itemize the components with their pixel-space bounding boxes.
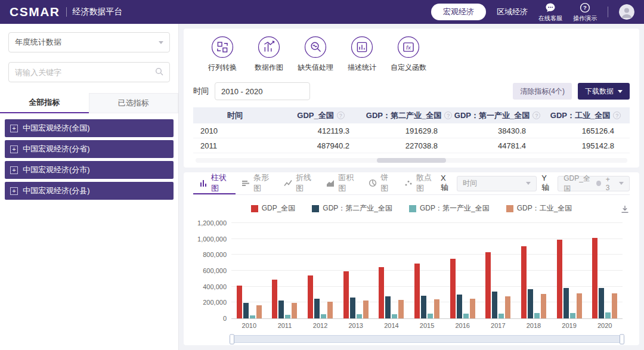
table-body: 2010412119.3191629.838430.8165126.420114…	[193, 123, 630, 153]
tab-all-indicators[interactable]: 全部指标	[0, 93, 89, 113]
chart-download-icon[interactable]	[620, 205, 630, 216]
csmar-logo: CSMAR	[10, 5, 60, 19]
sidebar: 年度统计数据 全部指标 已选指标 +中国宏观经济(全国)+中国宏观经济(分省)+…	[0, 24, 179, 350]
legend-swatch	[251, 205, 258, 212]
cell-time: 2010	[193, 126, 277, 135]
legend-item[interactable]: GDP：第一产业_全国	[409, 203, 490, 213]
x-axis-label: X轴	[441, 174, 452, 193]
tool-transpose[interactable]: 行列转换	[199, 36, 246, 73]
bar-group	[516, 223, 552, 318]
pie-chart-icon	[369, 179, 377, 187]
data-zoom-slider[interactable]	[231, 335, 623, 343]
search-input[interactable]	[15, 68, 155, 77]
demo-button[interactable]: ? 操作演示	[573, 2, 597, 21]
bar	[541, 294, 546, 318]
chart-tab-scatter[interactable]: 散点图	[398, 172, 441, 194]
chart-tab-hbar[interactable]: 条形图	[236, 172, 278, 194]
chevron-down-icon	[526, 182, 531, 185]
cell-value: 38430.8	[453, 126, 541, 135]
bar-group	[267, 223, 303, 318]
tool-function[interactable]: fx自定义函数	[385, 36, 432, 73]
chart-tab-bar[interactable]: 柱状图	[193, 172, 236, 194]
bar	[314, 299, 320, 318]
chart-tab-pie[interactable]: 饼图	[363, 172, 398, 194]
y-tick-label: 600,000	[203, 267, 227, 274]
table-row: 2010412119.3191629.838430.8165126.4	[193, 123, 630, 138]
x-axis-select[interactable]: 时间	[457, 176, 537, 191]
x-tick-label: 2011	[267, 322, 303, 329]
dataset-select[interactable]: 年度统计数据	[8, 32, 170, 52]
x-tick-label: 2020	[587, 322, 623, 329]
help-icon[interactable]: ?	[337, 111, 345, 119]
describe-icon	[351, 36, 373, 58]
dataset-select-value: 年度统计数据	[15, 37, 61, 48]
chat-bubble-icon	[545, 2, 556, 14]
help-icon[interactable]: ?	[444, 111, 452, 119]
tree-item[interactable]: +中国宏观经济(分省)	[5, 140, 174, 158]
toolbar: 行列转换数据作图缺失值处理描述统计fx自定义函数	[193, 36, 630, 73]
expand-plus-icon[interactable]: +	[10, 166, 18, 174]
tree-item-label: 中国宏观经济(分省)	[23, 144, 90, 154]
bar	[421, 296, 426, 318]
table-row: 2011487940.2227038.844781.4195142.8	[193, 138, 630, 153]
bar	[256, 305, 262, 318]
y-tick-label: 0	[223, 315, 227, 322]
time-range-input[interactable]	[215, 82, 310, 100]
scrollbar-thumb[interactable]	[377, 158, 446, 163]
bar	[414, 264, 420, 318]
tree-item[interactable]: +中国宏观经济(分市)	[5, 161, 174, 179]
chart-tab-line[interactable]: 折线图	[278, 172, 320, 194]
tool-label: 描述统计	[348, 63, 376, 73]
expand-plus-icon[interactable]: +	[10, 125, 18, 132]
bar-group	[302, 223, 338, 318]
hbar-chart-icon	[242, 179, 250, 187]
download-data-button[interactable]: 下载数据	[578, 83, 630, 100]
chart-tab-label: 折线图	[296, 172, 314, 194]
slider-handle-left[interactable]	[230, 334, 234, 344]
chart-tabs-container: 柱状图条形图折线图面积图饼图散点图	[193, 172, 441, 194]
tree-item[interactable]: +中国宏观经济(全国)	[5, 119, 174, 137]
bar	[243, 303, 249, 318]
tree-item-label: 中国宏观经济(分市)	[23, 165, 90, 175]
nav-regional-economy[interactable]: 区域经济	[497, 7, 528, 17]
slider-handle-right[interactable]	[620, 334, 624, 344]
tree-item[interactable]: +中国宏观经济(分县)	[5, 182, 174, 200]
bar-chart: 0200,000400,000600,000800,0001,000,0001,…	[193, 218, 630, 345]
header-right: 宏观经济 区域经济 在线客服 ? 操作演示	[431, 2, 634, 21]
chart-tab-label: 饼图	[380, 172, 392, 194]
avatar[interactable]	[619, 4, 634, 20]
demo-label: 操作演示	[573, 16, 597, 21]
chart-panel: 柱状图条形图折线图面积图饼图散点图 X轴 时间 Y轴 GDP_全国 + 3	[184, 172, 639, 345]
tag-remove-icon[interactable]	[596, 181, 600, 186]
chart-tab-area[interactable]: 面积图	[320, 172, 363, 194]
x-tick-label: 2017	[480, 322, 516, 329]
column-header-label: GDP：工业_全国	[550, 110, 610, 121]
bar	[528, 289, 533, 318]
legend-item[interactable]: GDP_全国	[251, 203, 296, 213]
bar-group	[231, 223, 267, 318]
area-chart-icon	[326, 179, 335, 187]
tool-plot[interactable]: 数据作图	[246, 36, 292, 73]
bar	[457, 295, 462, 318]
tool-label: 缺失值处理	[298, 63, 333, 73]
chevron-down-icon	[618, 90, 623, 93]
chevron-down-icon	[619, 182, 624, 185]
online-support-button[interactable]: 在线客服	[538, 2, 562, 21]
expand-plus-icon[interactable]: +	[10, 145, 18, 153]
tool-describe[interactable]: 描述统计	[339, 36, 385, 73]
chart-tab-label: 面积图	[338, 172, 357, 194]
legend-item[interactable]: GDP：第二产业_全国	[312, 203, 392, 213]
legend-item[interactable]: GDP：工业_全国	[506, 203, 572, 213]
clear-indicators-button[interactable]: 清除指标(4个)	[513, 83, 572, 100]
tab-selected-indicators[interactable]: 已选指标	[89, 93, 179, 113]
y-axis-select[interactable]: GDP_全国 + 3	[558, 176, 630, 191]
y-axis-label: Y轴	[541, 174, 553, 193]
help-icon[interactable]: ?	[613, 111, 621, 119]
tool-missing-value[interactable]: 缺失值处理	[292, 36, 339, 73]
expand-plus-icon[interactable]: +	[10, 187, 18, 195]
nav-macro-economy[interactable]: 宏观经济	[431, 4, 486, 20]
help-icon[interactable]: ?	[532, 111, 540, 119]
search-icon	[155, 67, 163, 78]
top-header: CSMAR 经济数据平台 宏观经济 区域经济 在线客服 ? 操作演示	[0, 0, 644, 24]
transpose-icon	[211, 36, 234, 58]
